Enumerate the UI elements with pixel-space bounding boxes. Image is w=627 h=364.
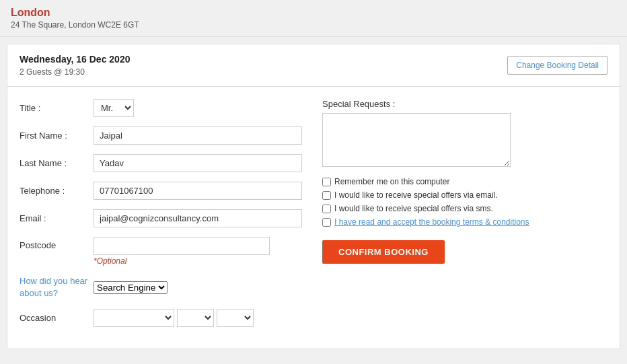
checkbox-remember-label: Remember me on this computer [334,177,449,186]
special-requests-textarea[interactable] [322,113,511,167]
hotel-address: 24 The Square, London WC2E 6GT [11,20,616,30]
title-label: Title : [20,103,94,113]
right-form: Special Requests : Remember me on this c… [322,99,607,336]
left-form: Title : Mr. Mrs. Ms. Dr. First Name : La… [20,99,302,336]
checkboxes-area: Remember me on this computer I would lik… [322,177,607,227]
occasion-select-1[interactable] [94,309,174,327]
last-name-label: Last Name : [20,158,94,168]
optional-text: *Optional [94,256,270,266]
checkbox-row-terms: I have read and accept the booking terms… [322,217,607,227]
email-label: Email : [20,213,94,223]
form-area: Title : Mr. Mrs. Ms. Dr. First Name : La… [7,87,620,349]
booking-date: Wednesday, 16 Dec 2020 [20,54,130,65]
telephone-row: Telephone : [20,182,302,200]
checkbox-row-sms: I would like to receive special offers v… [322,204,607,213]
hear-row: How did you hear about us? Search Engine… [20,275,302,299]
booking-guests: 2 Guests @ 19:30 [20,67,130,77]
hotel-name: London [11,7,616,19]
postcode-wrap: *Optional [94,237,270,266]
email-row: Email : [20,209,302,227]
top-bar: London 24 The Square, London WC2E 6GT [0,0,627,37]
first-name-label: First Name : [20,131,94,141]
special-requests-label: Special Requests : [322,99,607,109]
checkbox-email-label: I would like to receive special offers v… [334,190,498,200]
last-name-row: Last Name : [20,154,302,172]
email-input[interactable] [94,209,302,227]
first-name-row: First Name : [20,126,302,145]
booking-summary: Wednesday, 16 Dec 2020 2 Guests @ 19:30 … [7,44,620,87]
postcode-input[interactable] [94,237,270,255]
checkbox-terms[interactable] [322,218,331,227]
telephone-label: Telephone : [20,186,94,196]
hear-label: How did you hear about us? [20,275,94,299]
terms-link[interactable]: I have read and accept the booking terms… [334,217,529,227]
last-name-input[interactable] [94,154,302,172]
change-booking-button[interactable]: Change Booking Detail [507,56,607,75]
checkbox-sms-label: I would like to receive special offers v… [334,204,493,213]
title-row: Title : Mr. Mrs. Ms. Dr. [20,99,302,117]
first-name-input[interactable] [94,126,302,145]
postcode-label: Postcode [20,237,94,250]
title-select[interactable]: Mr. Mrs. Ms. Dr. [94,99,134,117]
hear-select[interactable]: Search Engine Social Media Friend Other [94,281,168,294]
checkbox-remember[interactable] [322,178,331,186]
main-container: Wednesday, 16 Dec 2020 2 Guests @ 19:30 … [7,44,620,349]
checkbox-row-email: I would like to receive special offers v… [322,190,607,200]
telephone-input[interactable] [94,182,302,200]
occasion-select-3[interactable] [217,309,254,327]
occasion-selects [94,309,254,327]
occasion-label: Occasion [20,313,94,323]
occasion-select-2[interactable] [177,309,214,327]
confirm-booking-button[interactable]: CONFIRM BOOKING [322,240,445,264]
postcode-row: Postcode *Optional [20,237,302,266]
occasion-row: Occasion [20,309,302,327]
checkbox-email[interactable] [322,191,331,200]
checkbox-row-remember: Remember me on this computer [322,177,607,186]
checkbox-sms[interactable] [322,205,331,213]
